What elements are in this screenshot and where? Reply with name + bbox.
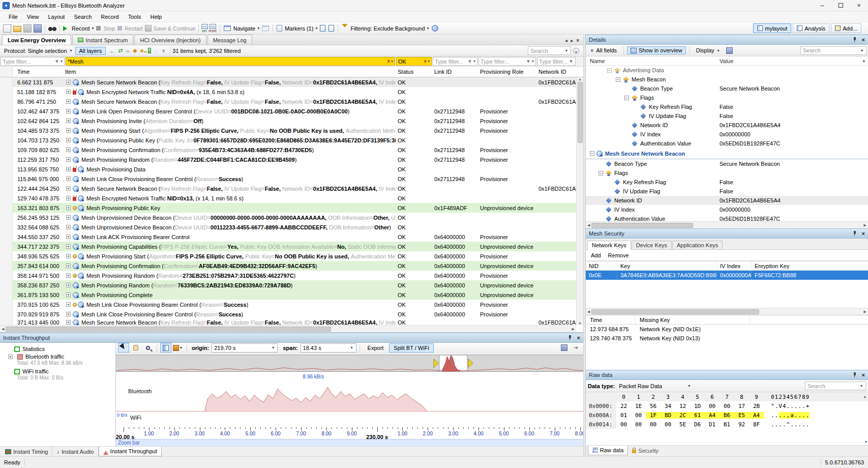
table-row[interactable]: 370.915 100 625+Mesh Link Close Provisio… — [0, 300, 583, 309]
tab-scroll-left-icon[interactable]: ◂ — [565, 38, 567, 43]
save-icon[interactable] — [23, 24, 32, 33]
table-row[interactable]: 163.321 803 875+Mesh Provisioning Public… — [0, 203, 583, 213]
keys-col-key[interactable]: Key — [617, 261, 717, 270]
details-value-column[interactable]: Value — [720, 58, 862, 64]
menu-help[interactable]: Help — [145, 13, 166, 21]
all-layers-button[interactable]: All layers — [75, 47, 106, 55]
details-save-icon[interactable] — [726, 47, 733, 54]
raw-data-search-input[interactable]: Search▾ — [805, 382, 866, 390]
zoom-tool-button[interactable] — [142, 343, 154, 353]
missing-col-key[interactable]: Missing Key — [636, 315, 750, 324]
prev-marker-icon[interactable] — [320, 25, 325, 32]
refresh-icon[interactable]: ◌ — [155, 48, 158, 54]
layout-analysis-button[interactable]: Analysis — [793, 23, 829, 33]
table-row[interactable]: 113.956 825 750+Mesh Provisioning DataOK — [0, 164, 583, 174]
navigate-window-icon[interactable] — [262, 25, 269, 31]
close-panel-icon[interactable]: × — [577, 335, 580, 341]
antenna-icon[interactable] — [573, 48, 579, 54]
show-in-overview-button[interactable]: Show in overview — [627, 46, 686, 54]
close-button[interactable]: × — [850, 0, 868, 11]
missing-key-row[interactable]: 12.973 684 875Network Key (NID 0x1E) — [586, 325, 868, 334]
tab-hci-overview[interactable]: HCI Overview (Injection) — [134, 35, 206, 45]
grid-horizontal-scrollbar[interactable]: ◀▶ — [0, 325, 576, 332]
hex-row[interactable]: 0x000A:01001FBD2C61A4B6E5A4....,a.... — [586, 411, 868, 420]
throughput-tree-item[interactable]: WiFi traffic — [0, 367, 115, 375]
table-row[interactable]: 112.259 317 750+Mesh Provisioning Random… — [0, 155, 583, 164]
find-icon[interactable] — [48, 24, 56, 33]
details-tree-row[interactable]: −Mesh Beacon — [586, 75, 868, 84]
tab-raw-data[interactable]: 101 011Raw data — [588, 446, 628, 455]
tab-instant-timing[interactable]: Instant Timing — [1, 447, 52, 456]
flame-icon[interactable]: ◆ — [133, 47, 137, 54]
filtering-button[interactable]: Filtering: Exclude Background▾ — [340, 24, 430, 33]
tab-scroll-right-icon[interactable]: ▸ — [571, 38, 573, 43]
menu-record[interactable]: Record — [96, 13, 123, 21]
table-row[interactable]: 104.703 173 250+Mesh Provisioning Public… — [0, 135, 583, 145]
details-tree-row[interactable]: Network ID0x1FBD2C61A4B6E5A4 — [586, 196, 868, 205]
tab-instant-throughput[interactable]: Instant Throughput — [99, 447, 162, 456]
column-header-network[interactable]: Network ID — [536, 69, 576, 75]
protocol-select[interactable]: Protocol: Single selection — [2, 48, 69, 54]
throughput-tree-item[interactable]: Statistics — [0, 345, 115, 353]
hex-row[interactable]: 0x0000:221E5634121D0000172B".V4.....+ — [586, 401, 868, 411]
menu-file[interactable]: File — [4, 13, 22, 21]
link-icon[interactable]: ∞ — [126, 48, 130, 54]
add-key-button[interactable]: Add — [591, 252, 601, 258]
table-row[interactable]: 344.550 337 250+Mesh Link ACK Provisioni… — [0, 232, 583, 242]
grid-vertical-scrollbar[interactable]: ▲▼ — [576, 77, 583, 325]
raw-data-pin-icon[interactable] — [853, 372, 857, 377]
pin-icon[interactable] — [568, 335, 572, 340]
split-view-button[interactable] — [160, 343, 171, 353]
table-row[interactable]: 344.717 232 375+Mesh Provisioning Capabi… — [0, 242, 583, 251]
data-type-select[interactable]: Packet Raw Data▾ — [617, 382, 693, 391]
item-filter-input[interactable]: *Mesh×▾ — [66, 57, 395, 66]
open-file-icon[interactable] — [13, 26, 21, 32]
table-row[interactable]: 256.245 953 125+Mesh Unprovisioned Devic… — [0, 213, 583, 222]
filter-set-button[interactable]: set — [201, 24, 208, 33]
menu-search[interactable]: Search — [69, 13, 96, 21]
key-icon[interactable] — [140, 49, 143, 52]
linkid-filter-input[interactable]: Type filter...▼▾ — [433, 57, 477, 66]
navigate-button[interactable]: Navigate▾ — [222, 25, 260, 32]
mesh-security-pin-icon[interactable] — [853, 231, 857, 236]
funnel-gray-icon[interactable]: ▼ — [161, 48, 166, 54]
mesh-security-close-icon[interactable]: × — [862, 230, 865, 237]
table-row[interactable]: 129.740 478 375+Mesh Encrypted Network T… — [0, 193, 583, 203]
chart-options-button[interactable]: ▾ — [172, 343, 184, 353]
table-row[interactable]: 357.843 614 000+Mesh Provisioning Confir… — [0, 261, 583, 271]
table-row[interactable]: 102.462 447 375+Mesh Link Open Provision… — [0, 106, 583, 116]
details-tree-row[interactable]: IV Update FlagFalse — [586, 111, 868, 121]
column-header-linkid[interactable]: Link ID — [432, 69, 478, 75]
network-filter-input[interactable]: Type filter...▼ — [537, 57, 576, 66]
keys-horizontal-scrollbar[interactable]: ◀▶ — [586, 308, 868, 315]
details-tree-row[interactable]: Network ID0x1FBD2C61A4B6E5A4 — [586, 121, 868, 130]
column-header-role[interactable]: Provisioning Role — [478, 69, 536, 75]
restart-button[interactable]: Restart — [116, 25, 143, 32]
details-tree-row[interactable]: −Mesh Secure Network Beacon — [586, 148, 868, 159]
tab-security[interactable]: Security — [628, 446, 663, 455]
pan-tool-button[interactable] — [130, 343, 141, 353]
filter-reset-button[interactable]: reset — [208, 24, 218, 33]
globe-icon[interactable] — [432, 25, 438, 32]
time-filter-input[interactable]: Type filter...▼▾ — [1, 57, 65, 66]
details-tree-row[interactable]: −Advertising Data — [586, 66, 868, 75]
minimize-button[interactable]: – — [813, 0, 831, 11]
maximize-button[interactable] — [831, 0, 850, 11]
details-tree-row[interactable]: Beacon TypeSecure Network Beacon — [586, 159, 868, 168]
table-row[interactable]: 102.642 864 125+Mesh Provisioning Invite… — [0, 116, 583, 126]
tab-device-keys[interactable]: Device Keys — [632, 241, 672, 249]
save-as-icon[interactable] — [34, 24, 42, 33]
details-tree-row[interactable]: Key Refresh FlagFalse — [586, 178, 868, 187]
table-row[interactable]: 370.929 919 875+Mesh Link Close Provisio… — [0, 309, 583, 319]
bluetooth-lane[interactable]: 8.96 kB/s Bluetooth 0 B/s — [116, 372, 583, 411]
display-button[interactable]: Display▾ — [693, 46, 724, 54]
throughput-overview-strip[interactable] — [116, 355, 583, 372]
table-row[interactable]: 348.936 525 625+Mesh Provisioning Start … — [0, 251, 583, 261]
jump-end-icon[interactable]: ⇥ — [573, 344, 578, 351]
stop-button[interactable]: Stop — [95, 25, 116, 32]
overview-search-input[interactable]: Search▾ — [528, 46, 571, 55]
tab-close-icon[interactable]: × — [576, 38, 579, 43]
details-scroll-up-icon[interactable]: ▲ — [862, 58, 868, 63]
table-row[interactable]: 104.485 973 375+Mesh Provisioning Start … — [0, 126, 583, 135]
remove-key-button[interactable]: Remove — [608, 252, 629, 258]
